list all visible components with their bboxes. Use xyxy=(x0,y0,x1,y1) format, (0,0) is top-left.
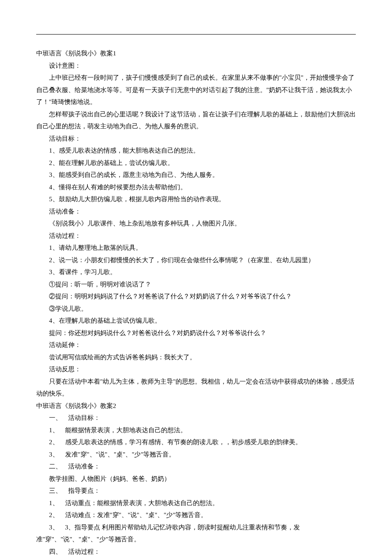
text-line: 尝试用写信或绘画的方式告诉爸爸妈妈：我长大了。 xyxy=(36,351,356,364)
text-line: 4、懂得在别人有难的时候要想办法去帮助他们。 xyxy=(36,181,356,194)
text-line: ③学说儿歌。 xyxy=(36,303,356,315)
text-line: 3、看课件，学习儿歌。 xyxy=(36,266,356,278)
text-line: 上中班已经有一段时间了，孩子们慢慢感受到了自己的成长。在家里从来不做事的"小宝贝… xyxy=(36,72,356,108)
text-line: 1、 活动重点：能根据情景表演，大胆地表达自己的想法。 xyxy=(36,497,356,509)
text-line: 一、 活动目标： xyxy=(36,412,356,424)
text-line: 4、在理解儿歌的基础上尝试仿编儿歌。 xyxy=(36,315,356,327)
text-line: 只要在活动中本着"幼儿为主体，教师为主导"的思想。我相信，幼儿一定会在活动中获得… xyxy=(36,376,356,400)
text-line: 2、能在理解儿歌的基础上，尝试仿编儿歌。 xyxy=(36,157,356,169)
text-line: 怎样帮孩子说出自己的心里话呢？我设计了这节活动，旨在让孩子们在理解儿歌的基础上，… xyxy=(36,108,356,133)
text-line: 二、 活动准备： xyxy=(36,460,356,473)
text-line: 2、 活动难点：发准"穿"、"说"、"桌"、"少"等翘舌音。 xyxy=(36,509,356,521)
text-line: 设计意图： xyxy=(36,60,356,72)
text-line: 中班语言《别说我小》教案1 xyxy=(36,47,356,60)
text-line: 2、说一说：小朋友们都慢慢的长大了，你们现在会做些什么事情呢？（在家里、在幼儿园… xyxy=(36,254,356,266)
text-line: 1、 能根据情景表演，大胆地表达自己的想法。 xyxy=(36,424,356,436)
text-line: 3、 发准"穿"、"说"、"桌"、"少"等翘舌音。 xyxy=(36,448,356,461)
text-line: 活动过程： xyxy=(36,230,356,242)
text-line: ②提问：明明对妈妈说了什么？对爸爸说了什么？对奶奶说了什么？对爷爷说了什么？ xyxy=(36,290,356,303)
text-line: 活动反思： xyxy=(36,363,356,376)
text-line: ①提问：听一听，明明对谁说话了？ xyxy=(36,278,356,291)
text-line: 教学挂图、人物图片（妈妈、爸爸、奶奶） xyxy=(36,473,356,485)
document-content: 中班语言《别说我小》教案1设计意图：上中班已经有一段时间了，孩子们慢慢感受到了自… xyxy=(36,47,356,555)
text-line: 3、 3、指导要点 利用图片帮助幼儿记忆诗歌内容，朗读时提醒幼儿注重表情和节奏，… xyxy=(36,521,356,546)
text-line: 1、感受儿歌表达的情感，能大胆地表达自己的想法。 xyxy=(36,145,356,157)
text-line: 活动延伸： xyxy=(36,339,356,351)
text-line: 1、请幼儿整理地上散落的玩具。 xyxy=(36,242,356,254)
text-line: 3、能感受到自己的成长，愿意主动地为自己、为他人服务。 xyxy=(36,169,356,181)
text-line: 中班语言《别说我小》教案2 xyxy=(36,400,356,412)
divider-line xyxy=(36,34,356,35)
text-line: 5、鼓励幼儿大胆仿编儿歌，根据儿歌内容用恰当的动作表现。 xyxy=(36,193,356,205)
text-line: 三、 指导要点： xyxy=(36,485,356,497)
text-line: 提问：你还想对妈妈说什么？对爸爸说什么？对奶奶说什么？对爷爷说什么？ xyxy=(36,327,356,339)
text-line: 活动准备： xyxy=(36,205,356,218)
text-line: 活动目标： xyxy=(36,133,356,145)
text-line: 四、 活动过程： xyxy=(36,546,356,555)
text-line: 2、 感受儿歌表达的情感，学习有感情、有节奏的朗读儿歌，，初步感受儿歌的韵律美。 xyxy=(36,436,356,448)
text-line: 《别说我小》儿歌课件、地上杂乱地放有多种玩具，人物图片几张。 xyxy=(36,217,356,230)
